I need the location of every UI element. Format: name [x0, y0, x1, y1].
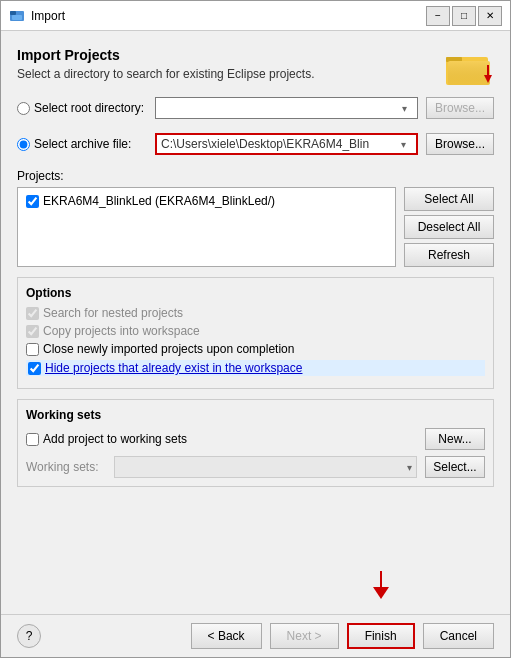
working-sets-row: Working sets: ▾ Select...	[26, 456, 485, 478]
option-label-1: Copy projects into workspace	[43, 324, 200, 338]
add-working-sets-text: Add project to working sets	[43, 432, 187, 446]
option-row-1: Copy projects into workspace	[26, 324, 485, 338]
dialog-title: Import Projects	[17, 47, 314, 63]
root-browse-button[interactable]: Browse...	[426, 97, 494, 119]
arrow-shaft	[380, 571, 382, 587]
option-checkbox-0[interactable]	[26, 307, 39, 320]
minimize-button[interactable]: −	[426, 6, 450, 26]
folder-image-icon	[446, 47, 494, 87]
select-archive-radio[interactable]	[17, 138, 30, 151]
root-combo-arrow-icon: ▾	[397, 103, 413, 114]
project-name: EKRA6M4_BlinkLed (EKRA6M4_BlinkLed/)	[43, 194, 275, 208]
working-sets-title: Working sets	[26, 408, 485, 422]
next-button[interactable]: Next >	[270, 623, 339, 649]
header-section: Import Projects Select a directory to se…	[17, 47, 494, 87]
option-row-3: Hide projects that already exist in the …	[26, 360, 485, 376]
select-root-radio[interactable]	[17, 102, 30, 115]
dialog-description: Select a directory to search for existin…	[17, 67, 314, 81]
option-label-3: Hide projects that already exist in the …	[45, 361, 302, 375]
svg-rect-2	[12, 15, 22, 20]
select-working-set-button[interactable]: Select...	[425, 456, 485, 478]
window-title: Import	[31, 9, 426, 23]
cancel-button[interactable]: Cancel	[423, 623, 494, 649]
options-section: Options Search for nested projects Copy …	[17, 277, 494, 389]
svg-rect-8	[487, 65, 489, 75]
projects-label: Projects:	[17, 169, 494, 183]
import-dialog: Import − □ ✕ Import Projects Select a di…	[0, 0, 511, 658]
project-checkbox[interactable]	[26, 195, 39, 208]
working-sets-section: Working sets Add project to working sets…	[17, 399, 494, 487]
back-button[interactable]: < Back	[191, 623, 262, 649]
refresh-button[interactable]: Refresh	[404, 243, 494, 267]
option-label-2: Close newly imported projects upon compl…	[43, 342, 294, 356]
select-archive-label: Select archive file:	[34, 137, 131, 151]
deselect-all-button[interactable]: Deselect All	[404, 215, 494, 239]
close-button[interactable]: ✕	[478, 6, 502, 26]
option-label-0: Search for nested projects	[43, 306, 183, 320]
root-directory-row: Select root directory: ▾ Browse...	[17, 97, 494, 119]
archive-combo-arrow-icon: ▾	[396, 139, 412, 150]
window-controls: − □ ✕	[426, 6, 502, 26]
option-checkbox-3[interactable]	[28, 362, 41, 375]
select-archive-radio-label[interactable]: Select archive file:	[17, 137, 147, 151]
select-all-button[interactable]: Select All	[404, 187, 494, 211]
working-sets-combo-arrow-icon: ▾	[403, 462, 416, 473]
header-text: Import Projects Select a directory to se…	[17, 47, 314, 81]
working-sets-combo[interactable]: ▾	[114, 456, 417, 478]
options-title: Options	[26, 286, 485, 300]
working-sets-label: Working sets:	[26, 460, 106, 474]
table-row: EKRA6M4_BlinkLed (EKRA6M4_BlinkLed/)	[22, 192, 391, 210]
option-checkbox-1[interactable]	[26, 325, 39, 338]
select-root-radio-label[interactable]: Select root directory:	[17, 101, 147, 115]
svg-rect-1	[10, 11, 16, 15]
projects-list[interactable]: EKRA6M4_BlinkLed (EKRA6M4_BlinkLed/)	[17, 187, 396, 267]
projects-area: EKRA6M4_BlinkLed (EKRA6M4_BlinkLed/) Sel…	[17, 187, 494, 267]
archive-browse-button[interactable]: Browse...	[426, 133, 494, 155]
finish-arrow-indicator: Finish	[347, 623, 415, 649]
projects-section: Projects: EKRA6M4_BlinkLed (EKRA6M4_Blin…	[17, 169, 494, 267]
archive-path-text: C:\Users\xiele\Desktop\EKRA6M4_Blin	[161, 137, 396, 151]
help-button[interactable]: ?	[17, 624, 41, 648]
new-working-set-button[interactable]: New...	[425, 428, 485, 450]
dialog-footer: ? < Back Next > Finish Cancel	[1, 614, 510, 657]
maximize-button[interactable]: □	[452, 6, 476, 26]
working-sets-add-row: Add project to working sets New...	[26, 428, 485, 450]
dialog-content: Import Projects Select a directory to se…	[1, 31, 510, 614]
add-working-sets-label[interactable]: Add project to working sets	[26, 432, 417, 446]
svg-rect-6	[448, 61, 490, 85]
archive-file-row: Select archive file: C:\Users\xiele\Desk…	[17, 133, 494, 155]
finish-button[interactable]: Finish	[347, 623, 415, 649]
root-path-combo[interactable]: ▾	[155, 97, 418, 119]
option-row-2: Close newly imported projects upon compl…	[26, 342, 485, 356]
arrow-down-icon	[373, 587, 389, 599]
select-root-label: Select root directory:	[34, 101, 144, 115]
archive-path-combo[interactable]: C:\Users\xiele\Desktop\EKRA6M4_Blin ▾	[155, 133, 418, 155]
option-row-0: Search for nested projects	[26, 306, 485, 320]
window-icon	[9, 8, 25, 24]
add-working-sets-checkbox[interactable]	[26, 433, 39, 446]
title-bar: Import − □ ✕	[1, 1, 510, 31]
projects-buttons: Select All Deselect All Refresh	[404, 187, 494, 267]
option-checkbox-2[interactable]	[26, 343, 39, 356]
